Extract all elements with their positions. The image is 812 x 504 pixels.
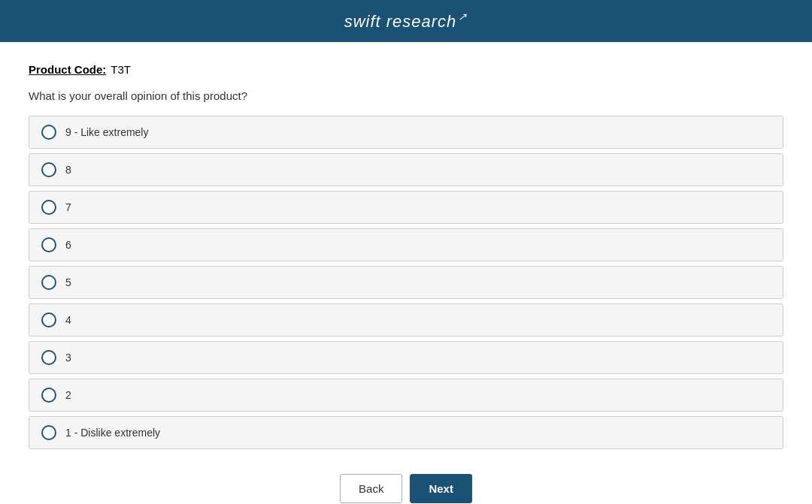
radio-option-6[interactable]: 6 [29, 228, 783, 261]
app-header: swift research↗ [0, 0, 812, 42]
radio-label-7: 7 [65, 201, 71, 213]
radio-circle-7 [41, 200, 56, 215]
next-button[interactable]: Next [410, 474, 472, 503]
radio-option-1[interactable]: 1 - Dislike extremely [29, 416, 783, 449]
radio-circle-1 [41, 425, 56, 440]
radio-options-group: 9 - Like extremely87654321 - Dislike ext… [29, 116, 783, 449]
radio-label-9: 9 - Like extremely [65, 126, 148, 138]
back-button[interactable]: Back [340, 474, 402, 503]
radio-option-8[interactable]: 8 [29, 153, 783, 186]
radio-label-2: 2 [65, 389, 71, 401]
radio-option-2[interactable]: 2 [29, 379, 783, 412]
product-code-label: Product Code: [29, 63, 106, 76]
radio-circle-5 [41, 275, 56, 290]
footer-buttons: Back Next [340, 474, 472, 503]
radio-label-8: 8 [65, 164, 71, 176]
radio-label-5: 5 [65, 276, 71, 288]
radio-option-7[interactable]: 7 [29, 191, 783, 224]
product-code-value: T3T [111, 63, 131, 76]
main-content: Product Code: T3T What is your overall o… [0, 42, 812, 504]
radio-option-5[interactable]: 5 [29, 266, 783, 299]
radio-label-6: 6 [65, 239, 71, 251]
radio-circle-2 [41, 388, 56, 403]
radio-circle-3 [41, 350, 56, 365]
radio-circle-4 [41, 312, 56, 327]
question-text: What is your overall opinion of this pro… [29, 89, 783, 102]
app-logo: swift research↗ [344, 11, 468, 31]
radio-circle-8 [41, 162, 56, 177]
radio-option-9[interactable]: 9 - Like extremely [29, 116, 783, 149]
radio-circle-9 [41, 125, 56, 140]
radio-circle-6 [41, 237, 56, 252]
radio-option-3[interactable]: 3 [29, 341, 783, 374]
radio-label-3: 3 [65, 352, 71, 364]
radio-label-1: 1 - Dislike extremely [65, 427, 160, 439]
radio-label-4: 4 [65, 314, 71, 326]
logo-text: swift research↗ [344, 12, 468, 31]
radio-option-4[interactable]: 4 [29, 303, 783, 337]
product-code-row: Product Code: T3T [29, 63, 783, 76]
